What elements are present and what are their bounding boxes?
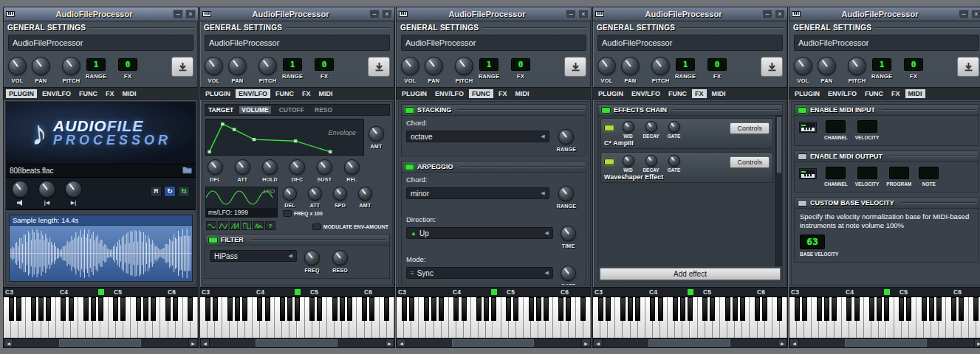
arp-mode-combobox[interactable]: ≡ Sync ◀ [406, 267, 553, 279]
stutter-button[interactable]: ⇆ [178, 186, 190, 197]
filter-type-combobox[interactable]: HiPass ◀ [210, 250, 297, 262]
arp-direction-combobox[interactable]: ▲ Up ◀ [406, 227, 553, 239]
pitch-knob[interactable]: PITCH [258, 57, 277, 84]
env-delay-knob[interactable]: DEL [208, 159, 223, 182]
scrollbar-thumb[interactable] [256, 339, 337, 347]
effect-decay-knob[interactable]: DECAY [642, 155, 660, 173]
env-attack-knob[interactable]: ATT [235, 159, 250, 182]
loop-button[interactable]: ↻ [164, 186, 176, 197]
waveform-display[interactable] [10, 226, 192, 281]
reverse-button[interactable]: Я [150, 186, 162, 197]
stacking-chord-combobox[interactable]: octave ◀ [406, 131, 549, 142]
env-release-knob[interactable]: REL [344, 159, 360, 182]
volume-knob[interactable]: VOL [401, 57, 419, 84]
tab-envlfo[interactable]: ENV/LFO [628, 89, 663, 98]
effect-gate-knob[interactable]: GATE [665, 121, 683, 139]
minimize-button[interactable]: – [762, 10, 772, 19]
effect-wetdry-knob[interactable]: W/D [619, 121, 637, 139]
piano-keyboard[interactable] [4, 296, 198, 338]
tab-midi[interactable]: MIDI [513, 89, 532, 98]
scroll-left-button[interactable]: ◀ [593, 339, 603, 347]
effect-enable-led[interactable] [604, 125, 614, 131]
midi-input-velocity-spinbox[interactable]: VELOCITY [855, 120, 880, 140]
instrument-name-field[interactable]: AudioFileProcessor [794, 35, 979, 51]
close-button[interactable]: × [578, 10, 589, 19]
arpeggio-enable-led[interactable] [405, 164, 414, 170]
pitch-range-display[interactable]: 1RANGE [86, 57, 106, 80]
tab-envlfo[interactable]: ENV/LFO [236, 89, 270, 98]
arp-time-knob[interactable]: TIME [561, 226, 576, 249]
fx-channel-display[interactable]: 0FX [904, 57, 923, 80]
tab-midi[interactable]: MIDI [905, 89, 925, 98]
amp-knob[interactable] [12, 181, 29, 206]
minimize-button[interactable]: – [173, 10, 183, 19]
titlebar[interactable]: AudioFileProcessor – × [4, 7, 198, 21]
target-cutoff[interactable]: CUTOFF [277, 106, 306, 114]
scrollbar-track[interactable] [13, 339, 188, 347]
close-button[interactable]: × [382, 10, 392, 19]
env-decay-knob[interactable]: DEC [289, 159, 305, 182]
instrument-name-field[interactable]: AudioFileProcessor [205, 35, 390, 51]
pitch-range-display[interactable]: 1RANGE [282, 57, 303, 80]
scroll-left-button[interactable]: ◀ [200, 339, 210, 347]
close-button[interactable]: × [775, 10, 785, 19]
stacking-enable-led[interactable] [405, 107, 414, 114]
effect-enable-led[interactable] [604, 159, 614, 165]
effect-controls-button[interactable]: Controls [730, 156, 770, 168]
effects-enable-led[interactable] [601, 107, 611, 114]
pitch-knob[interactable]: PITCH [651, 57, 670, 84]
scrollbar-track[interactable] [406, 339, 581, 347]
volume-knob[interactable]: VOL [597, 57, 616, 84]
base-velocity-enable-led[interactable] [798, 200, 807, 206]
midi-input-enable-led[interactable] [798, 107, 807, 114]
end-knob[interactable]: ▶| [65, 181, 82, 206]
piano-keyboard[interactable] [789, 296, 980, 338]
scrollbar-thumb[interactable] [452, 339, 534, 347]
pitch-knob[interactable]: PITCH [848, 57, 866, 84]
effects-scrollbar-thumb[interactable] [777, 117, 781, 173]
pitch-range-display[interactable]: 1RANGE [871, 57, 892, 80]
effect-slot[interactable]: W/D DECAY GATE Controls Waveshaper Effec… [600, 152, 773, 183]
tab-func[interactable]: FUNC [862, 89, 886, 98]
scroll-right-button[interactable]: ▶ [188, 339, 198, 347]
volume-knob[interactable]: VOL [794, 57, 812, 84]
tab-plugin[interactable]: PLUGIN [595, 89, 626, 98]
tab-func[interactable]: FUNC [76, 89, 100, 98]
minimize-button[interactable]: – [369, 10, 380, 19]
fx-channel-display[interactable]: 0FX [315, 57, 334, 80]
lfo-saw-button[interactable] [230, 221, 240, 230]
lfo-user-wave-button[interactable]: ? [265, 221, 275, 230]
midi-output-channel-spinbox[interactable]: CHANNEL [824, 167, 848, 187]
effects-scrollbar[interactable] [775, 116, 782, 266]
tab-midi[interactable]: MIDI [316, 89, 336, 98]
scroll-left-button[interactable]: ◀ [4, 339, 13, 347]
fx-channel-display[interactable]: 0FX [707, 57, 727, 80]
pitch-knob[interactable]: PITCH [455, 57, 473, 84]
base-velocity-spinbox[interactable]: 63 BASE VELOCITY [800, 235, 838, 257]
env-hold-knob[interactable]: HOLD [262, 159, 278, 182]
panning-knob[interactable]: PAN [818, 57, 836, 84]
tab-envlfo[interactable]: ENV/LFO [432, 89, 467, 98]
tab-midi[interactable]: MIDI [709, 89, 729, 98]
pitch-range-display[interactable]: 1RANGE [479, 57, 499, 80]
instrument-name-field[interactable]: AudioFileProcessor [401, 35, 586, 51]
arp-range-knob[interactable]: RANGE [557, 186, 576, 209]
tab-plugin[interactable]: PLUGIN [792, 89, 823, 98]
tab-func[interactable]: FUNC [273, 89, 297, 98]
piano-keyboard[interactable] [593, 296, 787, 338]
panning-knob[interactable]: PAN [621, 57, 640, 84]
arp-gate-knob[interactable]: GATE [561, 266, 576, 285]
scrollbar-track[interactable] [603, 339, 778, 347]
tab-plugin[interactable]: PLUGIN [202, 89, 233, 98]
lfo-x100-checkbox[interactable]: FREQ x 100 [283, 210, 389, 217]
fx-channel-display[interactable]: 0FX [511, 57, 530, 80]
add-effect-button[interactable]: Add effect [600, 268, 781, 280]
tab-plugin[interactable]: PLUGIN [399, 89, 430, 98]
effect-wetdry-knob[interactable]: W/D [619, 155, 637, 173]
piano-keyboard[interactable] [397, 296, 591, 338]
sample-file-bar[interactable]: 808beats.flac [6, 164, 196, 178]
lfo-speed-knob[interactable]: SPD [333, 187, 347, 208]
effect-slot[interactable]: W/D DECAY GATE Controls C* AmpIII [600, 118, 773, 149]
save-preset-button[interactable] [564, 57, 586, 77]
scroll-left-button[interactable]: ◀ [789, 339, 799, 347]
